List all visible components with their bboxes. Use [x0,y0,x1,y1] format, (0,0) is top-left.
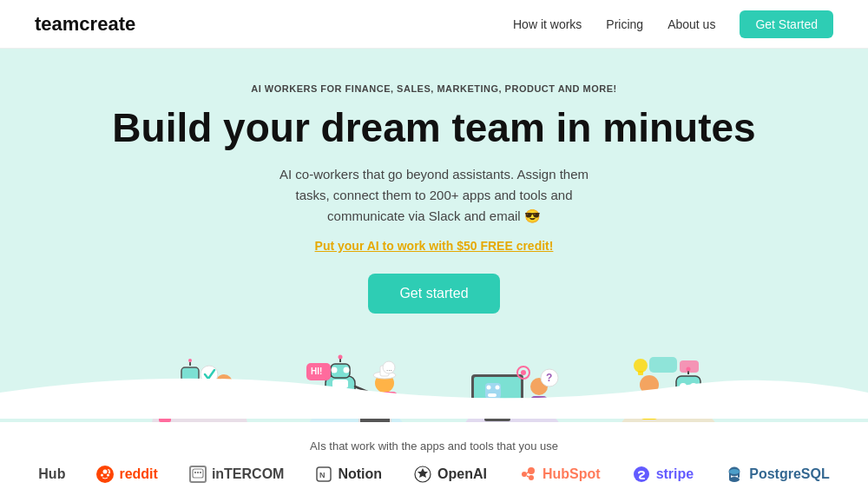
svg-point-73 [108,472,110,473]
hubspot-label: HubSpot [542,466,601,482]
svg-point-90 [729,477,740,482]
svg-rect-77 [200,472,201,473]
svg-line-84 [527,472,529,473]
reddit-label: reddit [119,466,157,482]
stripe-icon [632,465,651,484]
notion-icon: N [315,466,332,483]
openai-icon [413,465,432,484]
logo-openai: OpenAI [413,465,487,484]
nav-pricing[interactable]: Pricing [606,17,643,31]
svg-point-86 [634,466,649,482]
hero-get-started-button[interactable]: Get started [368,274,499,314]
stripe-label: stripe [656,466,694,482]
navbar: teamcreate How it works Pricing About us… [0,0,868,49]
hero-subtitle: AI co-workers that go beyond assistants.… [269,164,599,227]
logo-postgres: PostgreSQL [725,465,829,484]
reddit-icon [96,466,114,483]
logos-section: AIs that work with the apps and tools th… [0,422,868,489]
svg-point-20 [338,355,342,360]
logo-notion: N Notion [315,466,382,483]
openai-label: OpenAI [437,466,487,482]
logo-hub: Hub [38,466,65,482]
hub-label: Hub [38,466,65,482]
logos-title: AIs that work with the apps and tools th… [35,439,833,453]
svg-point-83 [529,475,534,480]
hero-wave [0,367,868,422]
svg-rect-75 [194,472,196,473]
postgres-icon [725,465,744,484]
svg-point-72 [103,470,108,474]
svg-point-7 [188,359,192,362]
logo-reddit: reddit [96,466,157,483]
nav-how-it-works[interactable]: How it works [513,17,582,31]
hubspot-icon [518,465,537,484]
svg-point-70 [101,474,103,477]
hero-badge: AI WORKERS FOR FINANCE, SALES, MARKETING… [35,83,833,94]
notion-label: Notion [338,466,382,482]
svg-point-81 [528,467,535,474]
svg-point-82 [522,472,527,477]
svg-point-71 [107,474,109,477]
hero-credit-link[interactable]: Put your AI to work with $50 FREE credit… [35,239,833,253]
intercom-label: inTERCOM [212,466,285,482]
intercom-icon [189,466,207,483]
logo-stripe: stripe [632,465,694,484]
logo: teamcreate [35,13,135,36]
logo-create: create [79,13,135,35]
logo-hubspot: HubSpot [518,465,601,484]
hero-section: AI WORKERS FOR FINANCE, SALES, MARKETING… [0,49,868,422]
nav-get-started-button[interactable]: Get Started [740,10,833,38]
svg-rect-76 [197,472,199,473]
svg-point-69 [96,466,114,483]
svg-text:N: N [319,471,326,479]
svg-point-91 [729,469,740,474]
logo-intercom: inTERCOM [189,466,285,483]
svg-line-85 [527,476,529,477]
nav-links: How it works Pricing About us Get Starte… [513,10,833,38]
hero-title: Build your dream team in minutes [35,106,833,150]
nav-about-us[interactable]: About us [667,17,715,31]
logo-team: team [35,13,79,35]
logos-row: Hub reddit in [35,465,833,484]
postgres-label: PostgreSQL [749,466,829,482]
